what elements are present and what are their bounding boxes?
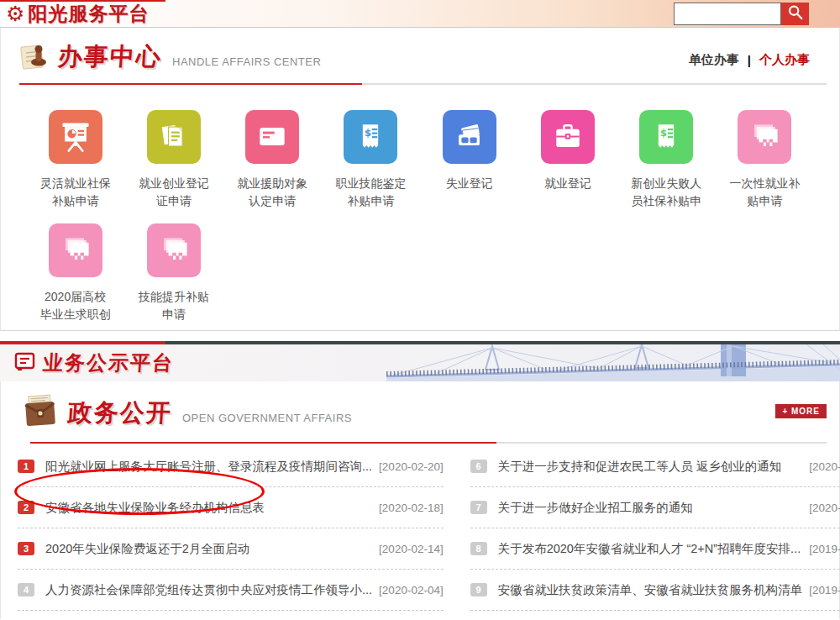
open-gov-subtitle: OPEN GOVERNMENT AFFAIRS	[182, 412, 352, 424]
service-item-9[interactable]: 2020届高校毕业生求职创	[29, 223, 123, 323]
tickets-icon	[443, 110, 496, 164]
news-date: [2020-02-04]	[379, 584, 444, 596]
more-button[interactable]: + MORE	[775, 404, 827, 418]
service-item-8[interactable]: 一次性就业补贴申请	[717, 110, 811, 210]
news-column-right: 6关于进一步支持和促进农民工等人员 返乡创业的通知[2020-01-14]7关于…	[470, 446, 840, 620]
news-item-8[interactable]: 8关于发布2020年安徽省就业和人才 “2+N”招聘年度安排...[2019-1…	[470, 528, 840, 570]
top-accent-line	[0, 0, 165, 2]
service-label: 就业创业登记证申请	[139, 175, 209, 210]
news-rank-badge: 3	[18, 542, 34, 555]
publicity-icon	[13, 350, 36, 376]
news-item-9[interactable]: 9安徽省就业扶贫政策清单、安徽省就业扶贫服务机构清单[2019-12-19]	[470, 570, 840, 611]
svg-text:$: $	[365, 127, 371, 139]
news-title: 关于发布2020年安徽省就业和人才 “2+N”招聘年度安排...	[498, 541, 803, 557]
open-gov-title: 政务公开	[67, 397, 174, 430]
open-gov-underline	[30, 442, 827, 444]
briefcase-icon	[541, 110, 595, 164]
boards-icon	[147, 223, 201, 277]
news-item-5[interactable]: 5安徽省阳光就业网上服务大厅-政府网站工作年度报表（201...[2020-01…	[18, 611, 444, 620]
news-date: [2020-02-20]	[379, 460, 444, 473]
news-rank-badge: 6	[470, 460, 487, 473]
svg-text:$: $	[660, 127, 667, 139]
service-label: 一次性就业补贴申请	[729, 175, 800, 210]
news-list: 1阳光就业网上服务大厅账号注册、登录流程及疫情期间咨询...[2020-02-2…	[1, 444, 839, 620]
publicity-banner-title: 业务公示平台	[42, 349, 175, 376]
news-title: 关于进一步支持和促进农民工等人员 返乡创业的通知	[498, 459, 803, 475]
news-rank-badge: 1	[18, 460, 34, 473]
site-logo[interactable]: ⚙ 阳光服务平台	[0, 1, 149, 27]
gear-icon: ⚙	[6, 3, 24, 24]
news-date: [2020-02-18]	[379, 502, 444, 514]
service-item-3[interactable]: 就业援助对象认定申请	[225, 110, 319, 210]
service-item-5[interactable]: 失业登记	[423, 110, 517, 210]
news-date: [2020-02-14]	[379, 543, 444, 555]
news-title: 阳光就业网上服务大厅账号注册、登录流程及疫情期间咨询...	[45, 459, 372, 475]
site-header: ⚙ 阳光服务平台	[0, 0, 840, 28]
open-government-section: 政务公开 OPEN GOVERNMENT AFFAIRS + MORE 1阳光就…	[0, 381, 840, 619]
news-title: 人力资源社会保障部党组传达贯彻中央应对疫情工作领导小...	[45, 582, 372, 598]
documents-icon	[147, 110, 201, 164]
publicity-banner: 业务公示平台	[0, 344, 840, 381]
news-title: 2020年失业保险费返还于2月全面启动	[45, 541, 372, 557]
stamp-icon	[19, 39, 51, 75]
news-date: [2019-12-19]	[809, 584, 840, 596]
service-label: 失业登记	[446, 175, 493, 192]
dollar-receipt-icon: $	[639, 110, 693, 164]
service-label: 技能提升补贴申请	[139, 288, 209, 323]
search-button[interactable]	[781, 3, 809, 25]
service-label: 就业援助对象认定申请	[237, 175, 307, 210]
service-label: 2020届高校毕业生求职创	[40, 288, 111, 323]
news-date: [2020-01-14]	[809, 460, 840, 473]
service-item-6[interactable]: 就业登记	[521, 110, 615, 210]
news-title: 安徽省各地失业保险业务经办机构信息表	[45, 500, 372, 516]
service-label: 就业登记	[544, 175, 591, 192]
news-item-6[interactable]: 6关于进一步支持和促进农民工等人员 返乡创业的通知[2020-01-14]	[470, 446, 840, 487]
search-icon	[786, 3, 805, 24]
boards-icon	[49, 223, 102, 277]
affairs-tabs: 单位办事 | 个人办事	[689, 52, 810, 68]
handle-affairs-subtitle: HANDLE AFFAIRS CENTER	[172, 55, 321, 68]
tab-personal-affairs[interactable]: 个人办事	[759, 52, 810, 68]
presentation-chart-icon	[49, 110, 102, 164]
service-item-4[interactable]: $职业技能鉴定补贴申请	[323, 110, 417, 210]
service-item-1[interactable]: 灵活就业社保补贴申请	[29, 110, 123, 210]
briefcase-bag-icon	[19, 393, 61, 433]
news-date: [2020-01-10]	[809, 502, 840, 514]
service-label: 新创业失败人员社保补贴申	[631, 175, 701, 210]
boards-icon	[738, 110, 791, 164]
search-bar	[674, 3, 809, 25]
handle-affairs-title: 办事中心	[57, 40, 164, 74]
dollar-receipt-icon: $	[344, 110, 397, 164]
service-item-7[interactable]: $新创业失败人员社保补贴申	[619, 110, 713, 210]
news-item-10[interactable]: 10发放2019年校园招聘会补贴公示[2019-11-26]	[470, 611, 840, 620]
news-item-2[interactable]: 2安徽省各地失业保险业务经办机构信息表[2020-02-18]	[18, 487, 444, 528]
services-grid: 灵活就业社保补贴申请就业创业登记证申请就业援助对象认定申请$职业技能鉴定补贴申请…	[1, 85, 839, 323]
tab-unit-affairs[interactable]: 单位办事	[689, 52, 739, 68]
card-icon	[245, 110, 299, 164]
news-item-4[interactable]: 4人力资源社会保障部党组传达贯彻中央应对疫情工作领导小...[2020-02-0…	[18, 570, 444, 611]
handle-affairs-section: 办事中心 HANDLE AFFAIRS CENTER 单位办事 | 个人办事 灵…	[0, 28, 840, 331]
service-label: 灵活就业社保补贴申请	[40, 175, 111, 210]
site-title: 阳光服务平台	[28, 1, 149, 27]
news-title: 关于进一步做好企业招工服务的通知	[498, 500, 803, 516]
news-rank-badge: 8	[470, 542, 487, 555]
news-column-left: 1阳光就业网上服务大厅账号注册、登录流程及疫情期间咨询...[2020-02-2…	[18, 446, 444, 620]
news-rank-badge: 9	[470, 583, 487, 596]
service-label: 职业技能鉴定补贴申请	[335, 175, 406, 210]
search-input[interactable]	[674, 3, 781, 25]
news-rank-badge: 7	[470, 501, 487, 514]
tab-separator: |	[748, 53, 751, 67]
section-underline	[19, 83, 827, 85]
news-title: 安徽省就业扶贫政策清单、安徽省就业扶贫服务机构清单	[498, 582, 803, 598]
news-date: [2019-12-31]	[809, 543, 840, 555]
service-item-2[interactable]: 就业创业登记证申请	[127, 110, 221, 210]
news-rank-badge: 4	[18, 583, 34, 596]
news-rank-badge: 2	[18, 501, 34, 514]
service-item-10[interactable]: 技能提升补贴申请	[127, 223, 221, 323]
news-item-3[interactable]: 32020年失业保险费返还于2月全面启动[2020-02-14]	[18, 528, 444, 570]
news-item-7[interactable]: 7关于进一步做好企业招工服务的通知[2020-01-10]	[470, 487, 840, 528]
news-item-1[interactable]: 1阳光就业网上服务大厅账号注册、登录流程及疫情期间咨询...[2020-02-2…	[18, 446, 444, 487]
